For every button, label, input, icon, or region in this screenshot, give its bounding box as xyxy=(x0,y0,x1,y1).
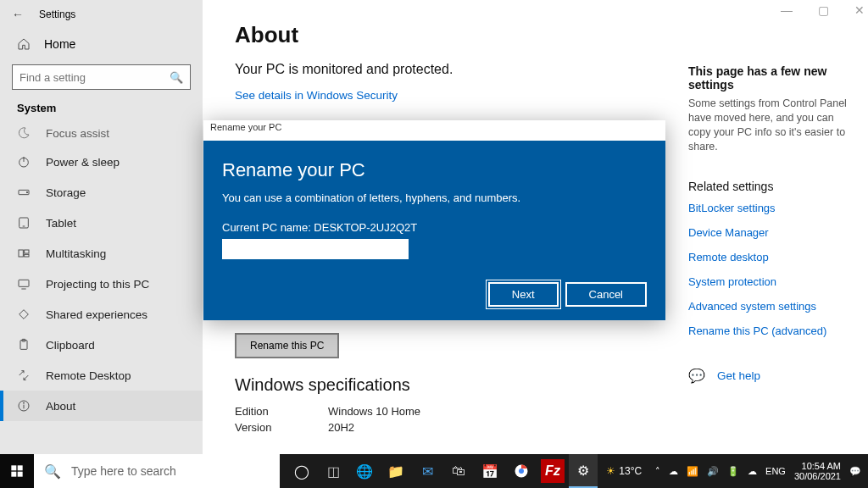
sidebar-item-multitasking[interactable]: Multitasking xyxy=(0,238,203,269)
link-remote-desktop[interactable]: Remote desktop xyxy=(688,251,854,263)
sidebar-item-focus-assist[interactable]: Focus assist xyxy=(0,126,203,147)
moon-icon xyxy=(17,126,31,140)
temperature: 13°C xyxy=(619,465,642,477)
help-icon: 💬 xyxy=(688,368,705,384)
svg-rect-18 xyxy=(18,472,23,477)
get-help-row[interactable]: 💬 Get help xyxy=(688,368,854,384)
nav-label: Shared experiences xyxy=(46,308,147,321)
dialog-titlebar: Rename your PC xyxy=(210,122,281,132)
related-title: Related settings xyxy=(688,180,854,193)
spec-row-version: Version 20H2 xyxy=(235,421,656,434)
sidebar-search[interactable]: 🔍 xyxy=(12,64,191,90)
remote-icon xyxy=(17,369,31,382)
svg-point-14 xyxy=(23,402,24,403)
dialog-description: You can use a combination of letters, hy… xyxy=(222,191,647,204)
language-indicator[interactable]: ENG xyxy=(765,466,786,476)
sidebar-item-remote-desktop[interactable]: Remote Desktop xyxy=(0,360,203,391)
search-input[interactable] xyxy=(19,71,170,84)
taskbar-clock[interactable]: 10:54 AM 30/06/2021 xyxy=(794,461,841,481)
mail-icon[interactable]: ✉ xyxy=(412,454,442,488)
network-icon[interactable]: 📶 xyxy=(687,466,698,477)
new-pc-name-input[interactable] xyxy=(222,239,409,259)
svg-rect-17 xyxy=(11,472,16,477)
right-panel: This page has a few new settings Some se… xyxy=(688,0,868,454)
svg-rect-6 xyxy=(19,250,23,257)
link-bitlocker[interactable]: BitLocker settings xyxy=(688,202,854,214)
chrome-icon[interactable] xyxy=(506,454,537,488)
edition-label: Edition xyxy=(235,405,328,418)
nav-label: Power & sleep xyxy=(46,156,120,169)
close-button[interactable]: ✕ xyxy=(854,3,865,17)
svg-rect-16 xyxy=(18,465,23,470)
taskbar-search[interactable]: 🔍 Type here to search xyxy=(34,454,280,488)
current-pc-name-label: Current PC name: DESKTOP-2UJ2Q2T xyxy=(222,221,647,234)
edge-icon[interactable]: 🌐 xyxy=(349,454,380,488)
category-label: System xyxy=(0,102,203,126)
store-icon[interactable]: 🛍 xyxy=(443,454,474,488)
spec-row-edition: Edition Windows 10 Home xyxy=(235,405,656,418)
link-rename-advanced[interactable]: Rename this PC (advanced) xyxy=(688,324,854,337)
weather-widget[interactable]: ☀ 13°C xyxy=(606,465,642,477)
maximize-button[interactable]: ▢ xyxy=(818,3,829,17)
nav-label: Multitasking xyxy=(46,247,106,260)
sidebar-item-storage[interactable]: Storage xyxy=(0,177,203,208)
security-details-link[interactable]: See details in Windows Security xyxy=(235,89,398,102)
protection-status: Your PC is monitored and protected. xyxy=(235,62,656,77)
sidebar: ← Settings — ▢ ✕ Home 🔍 System xyxy=(0,0,203,454)
tablet-icon xyxy=(17,216,31,230)
sidebar-item-about[interactable]: About xyxy=(0,391,203,421)
new-settings-title: This page has a few new settings xyxy=(688,64,854,92)
start-button[interactable] xyxy=(0,454,34,488)
nav-label: Clipboard xyxy=(46,339,95,352)
battery-icon[interactable]: 🔋 xyxy=(727,466,739,477)
shared-icon xyxy=(17,308,31,321)
clock-time: 10:54 AM xyxy=(794,461,841,471)
settings-task-icon[interactable]: ⚙ xyxy=(569,454,598,488)
get-help-link[interactable]: Get help xyxy=(717,369,760,382)
task-view-icon[interactable]: ◫ xyxy=(318,454,348,488)
sidebar-item-power-sleep[interactable]: Power & sleep xyxy=(0,147,203,177)
search-icon: 🔍 xyxy=(44,463,61,480)
filezilla-icon[interactable]: Fz xyxy=(541,459,565,483)
projecting-icon xyxy=(17,277,31,291)
volume-icon[interactable]: 🔊 xyxy=(707,466,719,477)
svg-rect-15 xyxy=(11,465,16,470)
nav-label: Remote Desktop xyxy=(46,369,131,382)
cortana-icon[interactable]: ◯ xyxy=(287,454,317,488)
link-device-manager[interactable]: Device Manager xyxy=(688,226,854,239)
calendar-icon[interactable]: 📅 xyxy=(475,454,505,488)
multitasking-icon xyxy=(17,247,31,260)
clock-date: 30/06/2021 xyxy=(794,471,841,481)
minimize-button[interactable]: — xyxy=(781,3,793,17)
explorer-icon[interactable]: 📁 xyxy=(381,454,411,488)
link-system-protection[interactable]: System protection xyxy=(688,275,854,288)
sidebar-home[interactable]: Home xyxy=(0,29,203,63)
cancel-button[interactable]: Cancel xyxy=(565,282,647,307)
sidebar-item-projecting[interactable]: Projecting to this PC xyxy=(0,269,203,299)
rename-pc-button[interactable]: Rename this PC xyxy=(235,333,339,358)
nav-label: About xyxy=(46,400,75,413)
onedrive-icon[interactable]: ☁ xyxy=(669,466,678,477)
version-label: Version xyxy=(235,421,328,434)
back-icon[interactable]: ← xyxy=(12,8,24,21)
nav-label: Focus assist xyxy=(46,127,109,140)
sidebar-item-tablet[interactable]: Tablet xyxy=(0,208,203,238)
page-title: About xyxy=(235,22,656,48)
rename-pc-dialog: Rename your PC Rename your PC You can us… xyxy=(203,120,665,320)
sidebar-item-shared[interactable]: Shared experiences xyxy=(0,299,203,330)
search-icon: 🔍 xyxy=(170,71,183,84)
dialog-heading: Rename your PC xyxy=(222,159,647,181)
specs-title: Windows specifications xyxy=(235,375,656,395)
info-icon xyxy=(17,399,31,413)
notifications-icon[interactable]: 💬 xyxy=(849,466,861,477)
link-advanced-system[interactable]: Advanced system settings xyxy=(688,300,854,313)
tray-chevron-icon[interactable]: ˄ xyxy=(655,466,660,477)
clipboard-icon xyxy=(17,338,31,352)
taskbar-apps: ◯ ◫ 🌐 📁 ✉ 🛍 📅 Fz ⚙ ☀ 13°C ˄ ☁ 📶 🔊 🔋 xyxy=(280,454,868,488)
sidebar-item-clipboard[interactable]: Clipboard xyxy=(0,330,203,360)
cloud-icon[interactable]: ☁ xyxy=(748,466,757,477)
svg-rect-9 xyxy=(19,280,29,286)
home-label: Home xyxy=(44,37,75,51)
next-button[interactable]: Next xyxy=(488,282,559,307)
app-title: Settings xyxy=(39,8,75,20)
